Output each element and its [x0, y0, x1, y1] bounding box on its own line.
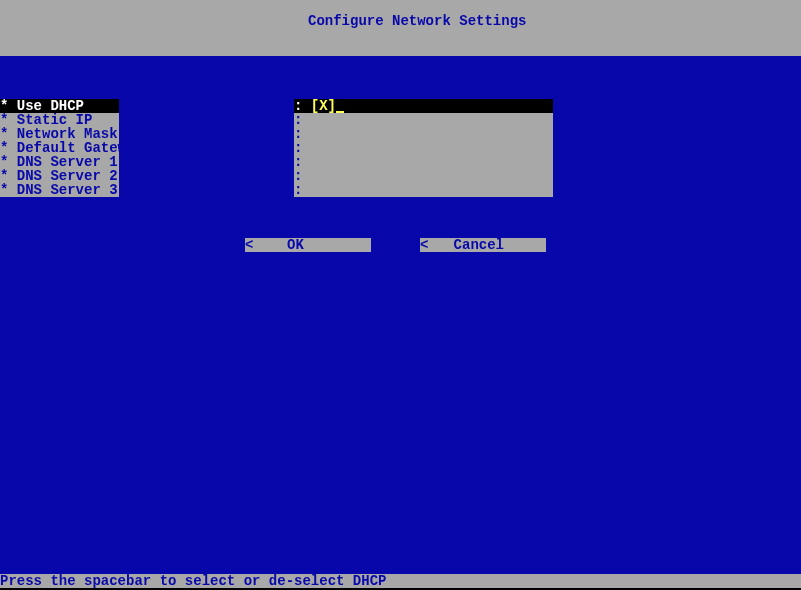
- field-label-dns-server-1[interactable]: * DNS Server 1: [0, 155, 119, 169]
- field-label-static-ip[interactable]: * Static IP: [0, 113, 119, 127]
- field-values-column: : [X] : : : : : :: [294, 99, 553, 197]
- field-label-dns-server-2[interactable]: * DNS Server 2: [0, 169, 119, 183]
- field-value-dns-server-2[interactable]: :: [294, 169, 553, 183]
- field-value-use-dhcp[interactable]: : [X]: [294, 99, 553, 113]
- field-value-dns-server-1[interactable]: :: [294, 155, 553, 169]
- field-labels-column: * Use DHCP * Static IP * Network Mask * …: [0, 99, 119, 197]
- field-label-dns-server-3[interactable]: * DNS Server 3: [0, 183, 119, 197]
- status-bar: Press the spacebar to select or de-selec…: [0, 574, 801, 588]
- field-value-dns-server-3[interactable]: :: [294, 183, 553, 197]
- cancel-button[interactable]: < Cancel >: [420, 238, 546, 252]
- field-value-network-mask[interactable]: :: [294, 127, 553, 141]
- field-label-use-dhcp[interactable]: * Use DHCP: [0, 99, 119, 113]
- field-value-default-gateway[interactable]: :: [294, 141, 553, 155]
- title-bar: Configure Network Settings: [0, 0, 801, 56]
- field-label-network-mask[interactable]: * Network Mask: [0, 127, 119, 141]
- field-value-static-ip[interactable]: :: [294, 113, 553, 127]
- ok-button[interactable]: < OK >: [245, 238, 371, 252]
- dialog-title: Configure Network Settings: [308, 14, 526, 28]
- field-label-default-gateway[interactable]: * Default Gateway: [0, 141, 119, 155]
